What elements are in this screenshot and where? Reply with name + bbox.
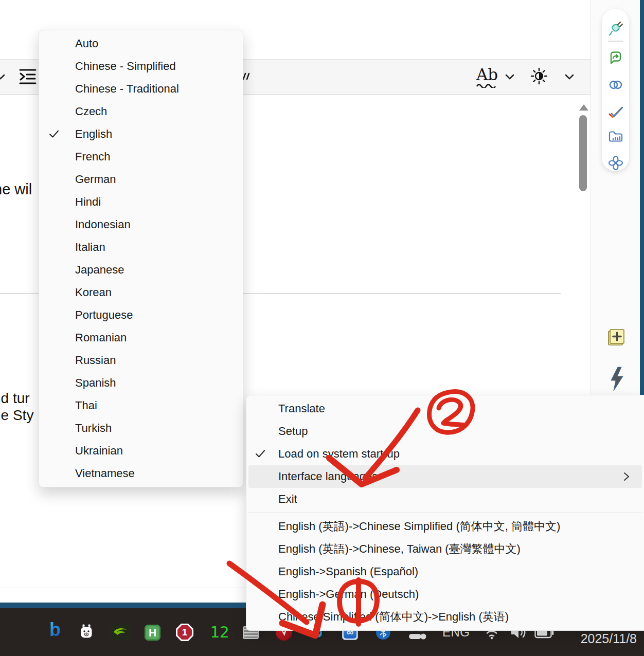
menu-item-french[interactable]: French <box>39 145 243 168</box>
chevron-down-icon[interactable] <box>0 72 5 81</box>
menu-item-load-on-startup[interactable]: Load on system start-up <box>246 443 644 465</box>
line-spacing-icon[interactable] <box>17 66 38 87</box>
menu-item-pair-en-es[interactable]: English->Spanish (Español) <box>246 560 644 583</box>
menu-item-german[interactable]: German <box>39 168 243 191</box>
menu-item-pair-en-zhtw[interactable]: English (英語)->Chinese, Taiwan (臺灣繁體中文) <box>246 538 644 560</box>
counter-badge[interactable]: 12 <box>210 623 229 641</box>
menu-item-romanian[interactable]: Romanian <box>39 326 243 349</box>
checkmark-icon <box>255 448 266 460</box>
language-list-menu: Auto Chinese - Simplified Chinese - Trad… <box>39 30 243 487</box>
menu-separator <box>247 513 643 513</box>
menu-item-pair-en-zhcn[interactable]: English (英語)->Chinese Simplified (简体中文, … <box>246 515 644 538</box>
menu-item-czech[interactable]: Czech <box>39 100 243 123</box>
ab-label: Ab <box>476 67 498 83</box>
clock-date[interactable]: 2025/11/8 <box>569 631 637 646</box>
menu-item-interface-languages[interactable]: Interface languages <box>248 465 642 488</box>
document-text-fragment: he wil <box>0 181 32 198</box>
menu-item-indonesian[interactable]: Indonesian <box>39 213 243 236</box>
llama-icon[interactable] <box>78 623 95 640</box>
menu-item-chinese-simplified[interactable]: Chinese - Simplified <box>39 55 243 78</box>
nvidia-icon[interactable] <box>111 624 130 640</box>
linked-rings-icon[interactable] <box>608 77 623 93</box>
brightness-icon[interactable] <box>530 67 548 85</box>
menu-item-chinese-traditional[interactable]: Chinese - Traditional <box>39 78 243 100</box>
floating-toolbar <box>602 9 629 171</box>
menu-item-auto[interactable]: Auto <box>39 32 243 55</box>
menu-item-setup[interactable]: Setup <box>246 420 644 443</box>
menu-item-pair-zhcn-en[interactable]: Chinese Simplified (简体中文)->English (英语) <box>246 606 644 628</box>
menu-item-exit[interactable]: Exit <box>246 488 644 511</box>
double-check-icon[interactable] <box>608 105 623 120</box>
folder-chart-icon[interactable] <box>608 129 623 144</box>
scroll-up-arrow[interactable] <box>579 104 588 111</box>
menu-item-korean[interactable]: Korean <box>39 281 243 304</box>
menu-item-russian[interactable]: Russian <box>39 349 243 372</box>
menu-item-spanish[interactable]: Spanish <box>39 372 243 394</box>
checkmark-icon <box>48 129 60 140</box>
proofing-ab-button[interactable]: Ab <box>473 64 501 90</box>
menu-item-vietnamese[interactable]: Vietnamese <box>39 462 243 485</box>
alert-badge-icon[interactable]: 1 <box>176 624 193 641</box>
menu-item-japanese[interactable]: Japanese <box>39 259 243 281</box>
menu-item-english[interactable]: English <box>39 123 243 145</box>
menu-item-italian[interactable]: Italian <box>39 236 243 259</box>
menu-item-thai[interactable]: Thai <box>39 394 243 417</box>
document-text-fragment: nd tur <box>0 390 30 407</box>
h-app-icon[interactable]: H <box>145 625 160 641</box>
menu-item-portuguese[interactable]: Portuguese <box>39 304 243 326</box>
chevron-down-icon[interactable] <box>565 73 574 80</box>
clover-icon[interactable] <box>608 155 623 171</box>
menu-item-ukrainian[interactable]: Ukrainian <box>39 440 243 462</box>
document-text-fragment: he Sty <box>0 407 33 424</box>
menu-item-pair-en-de[interactable]: English->German (Deutsch) <box>246 583 644 606</box>
sticky-note-add-icon[interactable] <box>607 328 625 347</box>
toolbar-divider <box>608 41 623 42</box>
menu-item-translate[interactable]: Translate <box>246 397 644 420</box>
scrollbar-thumb[interactable] <box>579 115 587 191</box>
plug-icon[interactable] <box>608 21 623 36</box>
menu-item-hindi[interactable]: Hindi <box>39 191 243 213</box>
lightning-icon[interactable] <box>609 366 624 392</box>
menu-item-turkish[interactable]: Turkish <box>39 417 243 440</box>
chevron-down-icon[interactable] <box>505 73 514 80</box>
chat-share-icon[interactable] <box>608 50 623 65</box>
tray-context-menu: Translate Setup Load on system start-up … <box>246 395 644 631</box>
wavy-underline <box>476 84 498 88</box>
submenu-arrow-icon <box>623 472 630 481</box>
desktop-screen: Ab <box>0 0 644 656</box>
bing-icon[interactable]: b <box>46 618 64 641</box>
